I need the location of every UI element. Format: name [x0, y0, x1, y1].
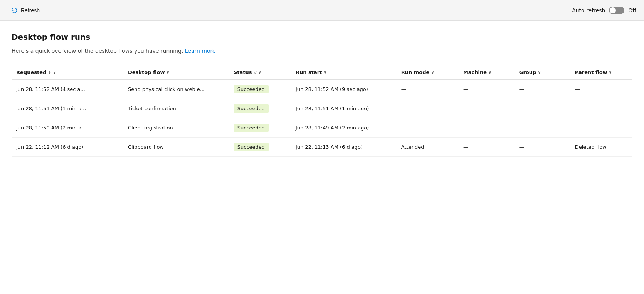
cell-desktop_flow: Send physical click on web e... — [123, 79, 229, 99]
refresh-button[interactable]: Refresh — [8, 5, 43, 15]
chevron-parent-icon: ∨ — [609, 70, 612, 74]
chevron-runstart-icon: ∨ — [323, 70, 326, 74]
cell-run_start: Jun 28, 11:52 AM (9 sec ago) — [291, 79, 397, 99]
page-subtitle: Here's a quick overview of the desktop f… — [12, 48, 632, 54]
cell-status: Succeeded — [229, 138, 291, 157]
chevron-desktop-icon: ∨ — [166, 70, 170, 74]
cell-requested: Jun 28, 11:51 AM (1 min a... — [12, 99, 123, 118]
auto-refresh-control: Auto refresh Off — [572, 7, 636, 14]
cell-machine: — — [459, 99, 515, 118]
chevron-runmode-icon: ∨ — [431, 70, 434, 74]
cell-run_mode: Attended — [397, 138, 459, 157]
cell-requested: Jun 28, 11:50 AM (2 min a... — [12, 118, 123, 138]
col-header-desktop-flow[interactable]: Desktop flow ∨ — [123, 66, 229, 79]
col-header-group[interactable]: Group ∨ — [515, 66, 570, 79]
cell-run_mode: — — [397, 118, 459, 138]
col-run-start-label: Run start — [296, 69, 322, 75]
chevron-status-icon: ∨ — [258, 70, 261, 74]
auto-refresh-label: Auto refresh — [572, 7, 605, 13]
status-badge: Succeeded — [234, 143, 269, 151]
cell-machine: — — [459, 79, 515, 99]
top-bar: Refresh Auto refresh Off — [0, 0, 644, 21]
page-title: Desktop flow runs — [12, 32, 632, 42]
cell-run_start: Jun 28, 11:49 AM (2 min ago) — [291, 118, 397, 138]
cell-group: — — [515, 138, 570, 157]
cell-parent_flow: — — [570, 118, 632, 138]
table-row[interactable]: Jun 28, 11:50 AM (2 min a...Client regis… — [12, 118, 632, 138]
col-header-parent-flow[interactable]: Parent flow ∨ — [570, 66, 632, 79]
cell-run_start: Jun 28, 11:51 AM (1 min ago) — [291, 99, 397, 118]
col-header-run-mode[interactable]: Run mode ∨ — [397, 66, 459, 79]
cell-requested: Jun 28, 11:52 AM (4 sec a... — [12, 79, 123, 99]
auto-refresh-off-label: Off — [628, 7, 636, 13]
cell-requested: Jun 22, 11:12 AM (6 d ago) — [12, 138, 123, 157]
cell-run_mode: — — [397, 79, 459, 99]
cell-status: Succeeded — [229, 79, 291, 99]
cell-status: Succeeded — [229, 99, 291, 118]
refresh-label: Refresh — [21, 7, 40, 13]
col-run-mode-label: Run mode — [401, 69, 430, 75]
col-machine-label: Machine — [463, 69, 487, 75]
cell-parent_flow: — — [570, 79, 632, 99]
cell-desktop_flow: Clipboard flow — [123, 138, 229, 157]
col-header-status[interactable]: Status ▽ ∨ — [229, 66, 291, 79]
refresh-icon — [11, 7, 18, 14]
col-header-machine[interactable]: Machine ∨ — [459, 66, 515, 79]
table-row[interactable]: Jun 22, 11:12 AM (6 d ago)Clipboard flow… — [12, 138, 632, 157]
status-badge: Succeeded — [234, 124, 269, 132]
cell-parent_flow: — — [570, 99, 632, 118]
table-row[interactable]: Jun 28, 11:52 AM (4 sec a...Send physica… — [12, 79, 632, 99]
main-content: Desktop flow runs Here's a quick overvie… — [0, 21, 644, 294]
cell-status: Succeeded — [229, 118, 291, 138]
learn-more-link[interactable]: Learn more — [185, 48, 216, 54]
cell-group: — — [515, 118, 570, 138]
cell-group: — — [515, 79, 570, 99]
header-row: Requested ↓ ∨ Desktop flow ∨ Status ▽ — [12, 66, 632, 79]
cell-desktop_flow: Ticket confirmation — [123, 99, 229, 118]
chevron-machine-icon: ∨ — [488, 70, 491, 74]
status-badge: Succeeded — [234, 104, 269, 113]
col-parent-flow-label: Parent flow — [575, 69, 607, 75]
table-header: Requested ↓ ∨ Desktop flow ∨ Status ▽ — [12, 66, 632, 79]
cell-desktop_flow: Client registration — [123, 118, 229, 138]
cell-machine: — — [459, 118, 515, 138]
col-status-label: Status — [234, 69, 252, 75]
cell-run_mode: — — [397, 99, 459, 118]
cell-parent_flow: Deleted flow — [570, 138, 632, 157]
col-header-run-start[interactable]: Run start ∨ — [291, 66, 397, 79]
col-requested-label: Requested — [16, 69, 46, 75]
cell-machine: — — [459, 138, 515, 157]
col-header-requested[interactable]: Requested ↓ ∨ — [12, 66, 123, 79]
cell-run_start: Jun 22, 11:13 AM (6 d ago) — [291, 138, 397, 157]
table-row[interactable]: Jun 28, 11:51 AM (1 min a...Ticket confi… — [12, 99, 632, 118]
subtitle-text: Here's a quick overview of the desktop f… — [12, 48, 183, 54]
chevron-group-icon: ∨ — [538, 70, 541, 74]
status-badge: Succeeded — [234, 85, 269, 93]
table-body: Jun 28, 11:52 AM (4 sec a...Send physica… — [12, 79, 632, 157]
col-group-label: Group — [519, 69, 536, 75]
cell-group: — — [515, 99, 570, 118]
chevron-requested-icon: ∨ — [53, 70, 56, 74]
auto-refresh-toggle[interactable] — [609, 7, 624, 14]
col-desktop-flow-label: Desktop flow — [128, 69, 165, 75]
sort-desc-icon: ↓ — [48, 70, 51, 75]
filter-status-icon: ▽ — [253, 70, 256, 75]
flow-runs-table: Requested ↓ ∨ Desktop flow ∨ Status ▽ — [12, 66, 632, 157]
